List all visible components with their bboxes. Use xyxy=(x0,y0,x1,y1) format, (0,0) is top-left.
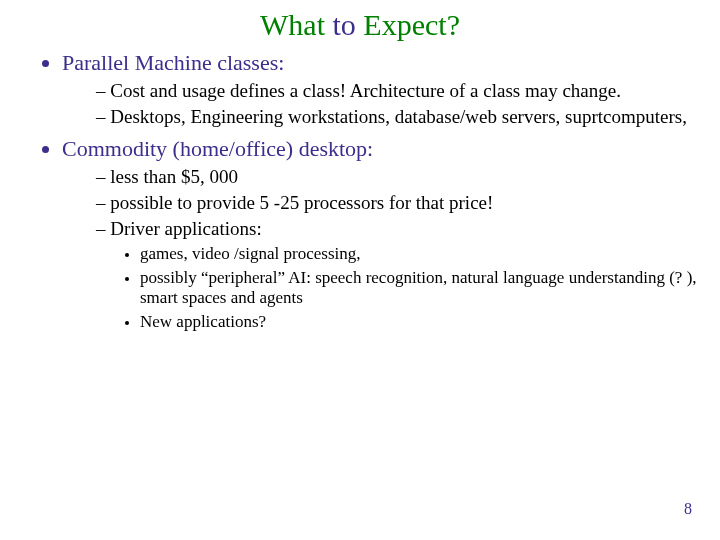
slide: What to Expect? Parallel Machine classes… xyxy=(0,0,720,540)
subsubbullet-item: games, video /signal processing, xyxy=(140,244,700,264)
page-number: 8 xyxy=(684,500,692,518)
subbullet-item: Cost and usage defines a class! Architec… xyxy=(96,80,700,102)
bullet-text: Commodity (home/office) desktop: xyxy=(62,136,373,161)
title-word-3: Expect? xyxy=(363,8,460,41)
title-word-2: to xyxy=(333,8,356,41)
subbullet-item: possible to provide 5 -25 processors for… xyxy=(96,192,700,214)
subbullet-item: Desktops, Engineering workstations, data… xyxy=(96,106,700,128)
subbullet-item: less than $5, 000 xyxy=(96,166,700,188)
bullet-item: Commodity (home/office) desktop: less th… xyxy=(62,136,700,332)
subsubbullet-item: possibly “peripheral” AI: speech recogni… xyxy=(140,268,700,308)
bullet-sublist: Cost and usage defines a class! Architec… xyxy=(62,80,700,128)
slide-title: What to Expect? xyxy=(20,8,700,42)
subbullet-text: Cost and usage defines a class! Architec… xyxy=(110,80,621,101)
bullet-text: Parallel Machine classes: xyxy=(62,50,284,75)
subbullet-item: Driver applications: games, video /signa… xyxy=(96,218,700,332)
bullet-item: Parallel Machine classes: Cost and usage… xyxy=(62,50,700,128)
subsubbullet-item: New applications? xyxy=(140,312,700,332)
subsubbullet-text: possibly “peripheral” AI: speech recogni… xyxy=(140,268,697,307)
subbullet-text: possible to provide 5 -25 processors for… xyxy=(110,192,493,213)
subsubbullet-text: New applications? xyxy=(140,312,266,331)
bullet-subsublist: games, video /signal processing, possibl… xyxy=(112,244,700,332)
title-word-1: What xyxy=(260,8,325,41)
bullet-list: Parallel Machine classes: Cost and usage… xyxy=(20,50,700,332)
subbullet-text: less than $5, 000 xyxy=(110,166,238,187)
subbullet-text: Desktops, Engineering workstations, data… xyxy=(110,106,687,127)
subsubbullet-text: games, video /signal processing, xyxy=(140,244,361,263)
bullet-sublist: less than $5, 000 possible to provide 5 … xyxy=(62,166,700,332)
subbullet-text: Driver applications: xyxy=(110,218,261,239)
